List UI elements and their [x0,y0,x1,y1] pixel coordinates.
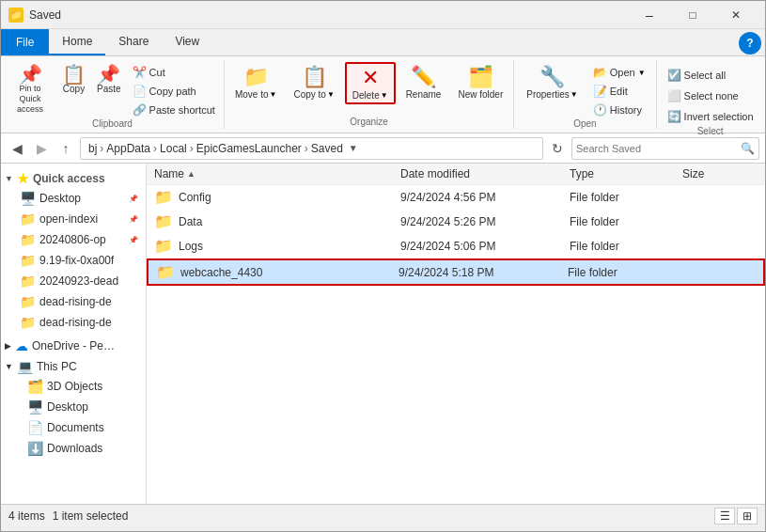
edit-button[interactable]: 📝 Edit [588,83,650,100]
select-all-button[interactable]: ☑️ Select all [663,66,758,85]
header-type[interactable]: Type [570,167,682,180]
search-input[interactable] [576,143,737,154]
select-none-button[interactable]: ⬜ Select none [663,86,758,105]
path-part-bj[interactable]: bj [88,142,97,155]
header-name[interactable]: Name ▲ [154,167,400,180]
tab-home[interactable]: Home [49,29,105,55]
properties-button[interactable]: 🔧 Properties ▼ [520,62,585,102]
history-button[interactable]: 🕐 History [588,102,650,118]
documents-icon: 📄 [27,420,43,435]
this-pc-header[interactable]: ▼ 💻 This PC [1,355,146,376]
sidebar-item-desktop-pc[interactable]: 🖥️ Desktop [1,397,146,417]
desktop-pc-label: Desktop [47,400,88,414]
path-part-epicgameslauncher[interactable]: EpicGamesLauncher [196,142,302,155]
up-button[interactable]: ↑ [55,138,76,159]
help-button[interactable]: ? [739,32,761,55]
cut-button[interactable]: ✂️ Cut [128,64,220,81]
maximize-button[interactable]: □ [671,1,714,29]
sidebar-item-downloads[interactable]: ⬇️ Downloads [1,438,146,459]
sidebar-item-desktop[interactable]: 🖥️ Desktop 📌 [1,188,146,209]
detail-view-button[interactable]: ⊞ [737,508,758,524]
paste-shortcut-button[interactable]: 🔗 Paste shortcut [128,102,220,118]
table-row[interactable]: 📁 Logs 9/24/2024 5:06 PM File folder [147,234,765,258]
organize-group: 📁 Move to ▼ 📋 Copy to ▼ ✕ Delete ▼ [225,60,514,129]
folder-icon-5: 📁 [20,274,36,289]
move-to-button[interactable]: 📁 Move to ▼ [228,62,284,102]
sidebar-item-open-indexi[interactable]: 📁 open-indexi 📌 [1,209,146,229]
quick-access-arrow: ▼ [5,174,13,183]
20240923-label: 20240923-dead [39,274,118,288]
file-cell-webcache: 📁 webcache_4430 [156,263,399,281]
copy-to-button[interactable]: 📋 Copy to ▼ [287,62,340,102]
search-icon[interactable]: 🔍 [741,142,755,155]
path-separator-1: › [100,142,103,155]
desktop-pc-icon: 🖥️ [27,399,43,415]
tab-view[interactable]: View [162,29,212,55]
forward-button[interactable]: ▶ [31,138,52,159]
delete-label: Delete [352,90,380,101]
move-to-label: Move to [235,89,269,100]
path-part-saved[interactable]: Saved [311,142,343,155]
open-group: 🔧 Properties ▼ 📂 Open ▼ 📝 Edit 🕐 [514,60,656,129]
tab-file[interactable]: File [1,29,49,55]
quick-access-icon: ★ [17,171,29,186]
address-path[interactable]: bj › AppData › Local › EpicGamesLauncher… [80,137,543,160]
file-type-logs: File folder [570,240,682,253]
cut-icon: ✂️ [133,66,147,79]
sidebar-item-dead-rising-2[interactable]: 📁 dead-rising-de [1,312,146,333]
minimize-button[interactable]: – [628,1,671,29]
path-dropdown-icon[interactable]: ▼ [349,143,358,153]
rename-button[interactable]: ✏️ Rename [399,62,448,102]
copy-path-button[interactable]: 📄 Copy path [128,83,220,100]
new-folder-button[interactable]: 🗂️ New folder [451,62,509,102]
close-button[interactable]: ✕ [714,1,758,29]
9-19-label: 9.19-fix-0xa00f [39,254,114,267]
paste-button[interactable]: 📌 Paste [92,62,126,97]
header-date-modified[interactable]: Date modified [400,167,570,180]
invert-selection-icon: 🔄 [667,110,681,123]
delete-button[interactable]: ✕ Delete ▼ [345,62,396,104]
sidebar-item-9-19[interactable]: 📁 9.19-fix-0xa00f [1,250,146,271]
copy-to-icon: 📋 [302,65,327,89]
table-row[interactable]: 📁 Config 9/24/2024 4:56 PM File folder [147,185,765,210]
organize-label: Organize [228,117,509,129]
copy-button[interactable]: 📋 Copy [57,62,90,97]
table-row-selected[interactable]: 📁 webcache_4430 9/24/2024 5:18 PM File f… [147,258,765,286]
pin-to-quick-access-button[interactable]: 📌 Pin to Quick access [5,62,55,117]
folder-icon-6: 📁 [20,294,36,309]
copy-path-icon: 📄 [133,85,147,98]
item-count: 4 items [8,509,45,523]
copy-label: Copy [63,84,85,94]
sidebar-item-3d-objects[interactable]: 🗂️ 3D Objects [1,376,146,397]
sidebar-item-20240923[interactable]: 📁 20240923-dead [1,271,146,291]
onedrive-icon: ☁ [15,338,28,353]
tab-share[interactable]: Share [105,29,162,55]
sidebar-item-20240806[interactable]: 📁 20240806-op 📌 [1,229,146,250]
table-row[interactable]: 📁 Data 9/24/2024 5:26 PM File folder [147,210,765,234]
onedrive-header[interactable]: ▶ ☁ OneDrive - Perso [1,333,146,355]
edit-icon: 📝 [593,85,607,98]
path-part-appdata[interactable]: AppData [106,142,150,155]
view-toggle: ☰ ⊞ [714,508,758,524]
delete-icon: ✕ [362,66,379,90]
invert-selection-button[interactable]: 🔄 Invert selection [663,107,758,126]
path-part-local[interactable]: Local [160,142,187,155]
folder-icon-config: 📁 [154,188,173,206]
header-size[interactable]: Size [682,167,758,180]
select-all-icon: ☑️ [667,69,681,82]
documents-label: Documents [47,421,104,434]
sidebar-item-dead-rising-1[interactable]: 📁 dead-rising-de [1,291,146,312]
sidebar-item-documents[interactable]: 📄 Documents [1,417,146,438]
file-date-config: 9/24/2024 4:56 PM [400,191,570,204]
list-view-button[interactable]: ☰ [714,508,735,524]
open-button[interactable]: 📂 Open ▼ [588,64,650,81]
back-button[interactable]: ◀ [7,138,27,159]
invert-selection-label: Invert selection [684,111,754,122]
history-icon: 🕐 [593,103,607,117]
refresh-button[interactable]: ↻ [547,138,568,159]
paste-shortcut-label: Paste shortcut [149,104,215,116]
rename-label: Rename [406,89,442,100]
search-box[interactable]: 🔍 [571,137,759,160]
quick-access-header[interactable]: ▼ ★ Quick access [1,167,146,188]
path-separator-3: › [190,142,194,155]
